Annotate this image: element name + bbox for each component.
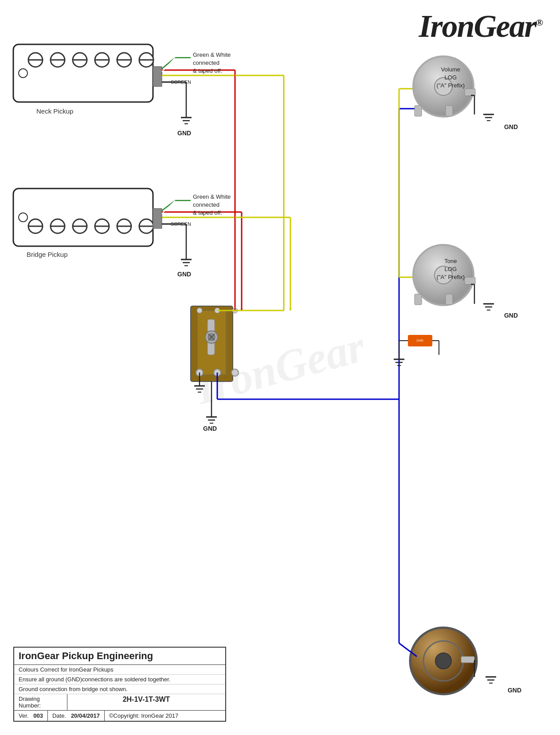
date-label: Date. 20/04/2017 (48, 711, 105, 721)
svg-rect-95 (415, 294, 422, 305)
tone-pot-label: ToneLOG("A" Prefix) (437, 257, 465, 282)
toggle-gnd-label: GND (203, 425, 217, 432)
svg-point-40 (153, 213, 162, 222)
svg-point-9 (117, 53, 131, 67)
bridge-gnd-label: GND (177, 271, 191, 278)
neck-wire-label: Green & Whiteconnected& taped off. (193, 51, 231, 75)
svg-rect-86 (446, 106, 453, 116)
svg-point-35 (117, 219, 131, 233)
svg-point-62 (215, 308, 220, 313)
svg-rect-15 (153, 67, 162, 86)
svg-point-37 (139, 219, 153, 233)
svg-point-64 (196, 369, 203, 376)
svg-point-68 (205, 331, 218, 343)
svg-point-66 (231, 369, 239, 376)
copyright: ©Copyright: IronGear 2017 (105, 711, 183, 721)
svg-line-70 (208, 334, 215, 340)
info-drawing-row: Drawing Number: 2H-1V-1T-3WT (14, 694, 225, 711)
svg-rect-103 (408, 335, 432, 346)
drawing-number-label: Drawing Number: (14, 694, 67, 710)
svg-rect-97 (465, 277, 475, 284)
svg-point-65 (214, 369, 221, 376)
svg-rect-26 (13, 189, 153, 246)
neck-screen-label: SCREEN (171, 79, 191, 85)
drawing-number-value: 2H-1V-1T-3WT (67, 694, 225, 710)
svg-text:104K: 104K (416, 339, 424, 342)
svg-point-115 (435, 653, 451, 669)
version-label: Ver. 003 (14, 711, 48, 721)
bridge-pickup-label: Bridge Pickup (27, 251, 68, 258)
svg-rect-41 (153, 208, 162, 228)
bridge-screen-label: SCREEN (171, 221, 191, 227)
volume-pot-label: VolumeLOG("A" Prefix) (437, 66, 465, 90)
jack-gnd-label: GND (508, 687, 521, 694)
svg-point-113 (410, 628, 477, 694)
ver-label-text: Ver. (19, 712, 28, 719)
neck-pickup-label: Neck Pickup (36, 107, 73, 115)
svg-rect-67 (208, 319, 215, 355)
svg-point-5 (73, 53, 87, 67)
svg-rect-85 (415, 106, 422, 116)
svg-point-39 (19, 213, 27, 222)
svg-point-31 (73, 219, 87, 233)
svg-point-3 (51, 53, 65, 67)
svg-rect-87 (465, 89, 475, 96)
svg-line-46 (162, 200, 175, 214)
ver-value: 003 (33, 712, 43, 719)
svg-point-61 (197, 308, 202, 313)
brand-registered: ® (536, 17, 542, 28)
volume-gnd-label: GND (504, 123, 518, 130)
watermark: IronGear (190, 321, 370, 415)
info-note-3: Ground connection from bridge not shown. (14, 684, 225, 694)
svg-rect-116 (461, 656, 474, 663)
svg-point-27 (28, 219, 43, 233)
svg-rect-59 (191, 306, 233, 381)
neck-gnd-label: GND (177, 130, 191, 137)
svg-line-19 (162, 58, 175, 69)
svg-point-11 (139, 53, 153, 67)
svg-point-63 (232, 308, 238, 313)
svg-line-45 (162, 200, 175, 211)
svg-rect-60 (197, 311, 226, 375)
svg-point-69 (208, 334, 215, 341)
info-footer: Ver. 003 Date. 20/04/2017 ©Copyright: Ir… (14, 711, 225, 721)
svg-point-33 (95, 219, 109, 233)
svg-point-1 (28, 53, 43, 67)
date-value: 20/04/2017 (71, 712, 100, 719)
svg-rect-0 (13, 44, 153, 102)
svg-point-7 (95, 53, 109, 67)
brand-logo: IronGear® (419, 8, 543, 45)
date-label-text: Date. (52, 712, 66, 719)
svg-point-14 (153, 69, 162, 78)
svg-point-13 (19, 69, 27, 78)
info-note-1: Colours Correct for IronGear Pickups (14, 665, 225, 675)
brand-name: IronGear (419, 8, 536, 44)
svg-point-29 (51, 219, 65, 233)
svg-line-71 (208, 334, 215, 340)
tone-gnd-label: GND (504, 312, 518, 319)
info-note-2: Ensure all ground (GND)connections are s… (14, 675, 225, 684)
svg-line-20 (162, 58, 175, 72)
svg-line-121 (399, 643, 417, 656)
bridge-wire-label: Green & Whiteconnected& taped off. (193, 193, 231, 217)
svg-rect-96 (446, 294, 453, 305)
svg-point-114 (423, 641, 463, 681)
wiring-diagram: 104K (0, 0, 560, 735)
info-box: IronGear Pickup Engineering Colours Corr… (13, 647, 226, 722)
info-box-title: IronGear Pickup Engineering (14, 648, 225, 665)
